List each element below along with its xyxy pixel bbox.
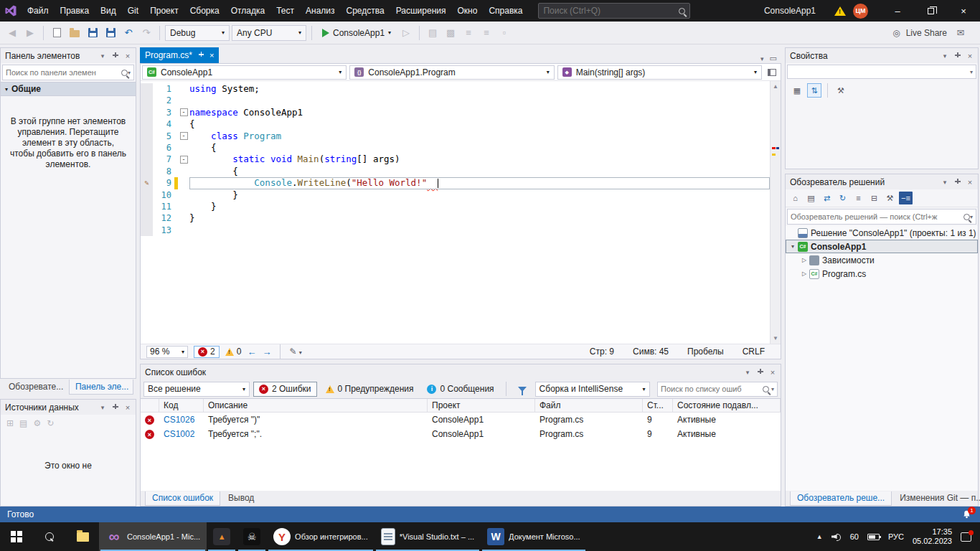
minimize-button[interactable]: – — [881, 0, 914, 22]
float-window-icon[interactable]: ▭ — [770, 54, 777, 63]
code-text[interactable]: class Program — [189, 131, 770, 142]
editor-scrollbar[interactable]: ▲ ▼ — [770, 81, 781, 344]
pin-icon[interactable] — [111, 403, 119, 411]
code-text[interactable]: { — [189, 166, 770, 177]
close-button[interactable]: × — [947, 0, 980, 22]
tree-item[interactable]: ▾C#ConsoleApp1 — [786, 240, 978, 253]
collapse-region-icon[interactable]: - — [180, 156, 188, 164]
undo-icon[interactable]: ↶ — [121, 25, 136, 41]
edit-data-source-icon[interactable]: ▤ — [19, 418, 27, 428]
collapse-all-icon[interactable]: ⊟ — [867, 192, 881, 204]
scroll-up-icon[interactable]: ▲ — [773, 81, 778, 92]
taskbar-app-button[interactable]: WДокумент Microso... — [481, 522, 587, 551]
document-list-chevron-icon[interactable]: ▾ — [760, 55, 764, 62]
collapse-region-icon[interactable]: - — [180, 132, 188, 140]
glyph-margin[interactable] — [141, 95, 153, 106]
navigate-back-icon[interactable]: ◀ — [4, 25, 20, 41]
code-line[interactable]: 2 — [141, 95, 770, 106]
quick-search-input[interactable] — [543, 6, 679, 16]
spaces-label[interactable]: Пробелы — [687, 347, 724, 357]
code-text[interactable]: } — [189, 189, 770, 201]
taskbar-app-button[interactable]: ▲ — [207, 522, 237, 551]
user-avatar[interactable]: ЦМ — [853, 4, 868, 19]
code-line[interactable]: ✎9 Console.WriteLine("Hello World!" — [141, 177, 770, 189]
menu-item[interactable]: Анализ — [300, 0, 341, 22]
error-column-header[interactable]: Проект — [428, 399, 535, 412]
error-column-header[interactable] — [141, 399, 159, 412]
code-text[interactable]: { — [189, 142, 770, 154]
code-text[interactable]: Console.WriteLine("Hello World!" — [189, 177, 770, 189]
find-in-files-icon[interactable]: ▤ — [425, 25, 440, 41]
toolbox-search-input[interactable] — [6, 68, 121, 77]
pin-icon[interactable] — [953, 178, 961, 186]
platform-dropdown[interactable]: Any CPU▾ — [232, 25, 306, 41]
glyph-margin[interactable] — [141, 225, 153, 236]
error-column-header[interactable]: Ст... — [643, 399, 673, 412]
code-text[interactable]: } — [189, 201, 770, 212]
previous-issue-icon[interactable]: ← — [247, 347, 256, 357]
eol-label[interactable]: CRLF — [743, 347, 765, 357]
taskbar-app-button[interactable]: YОбзор интегриров... — [267, 522, 374, 551]
refresh-icon[interactable]: ↻ — [836, 192, 849, 204]
code-line[interactable]: 10 } — [141, 189, 770, 201]
tab-program-cs[interactable]: Program.cs* × — [140, 47, 219, 63]
menu-item[interactable]: Проект — [144, 0, 184, 22]
taskbar-search-icon[interactable] — [33, 522, 66, 551]
glyph-margin[interactable] — [141, 212, 153, 224]
source-dropdown[interactable]: Сборка и IntelliSense▾ — [535, 382, 650, 397]
configure-data-source-icon[interactable]: ⚙ — [33, 418, 41, 428]
fold-margin[interactable]: - — [178, 107, 189, 118]
hidden-icons-chevron-icon[interactable]: ▲ — [816, 533, 823, 540]
error-code[interactable]: CS1002 — [159, 429, 204, 439]
menu-item[interactable]: Расширения — [390, 0, 452, 22]
error-list-search[interactable]: ▾ — [657, 382, 778, 397]
solution-explorer-search[interactable]: ▾ — [787, 209, 976, 225]
code-cleanup-icon[interactable]: ✎ ▾ — [289, 347, 301, 357]
refresh-data-source-icon[interactable]: ↻ — [47, 418, 54, 428]
volume-icon[interactable] — [831, 532, 842, 541]
code-line[interactable]: 7- static void Main(string[] args) — [141, 154, 770, 165]
glyph-margin[interactable] — [141, 154, 153, 165]
properties-wrench-icon[interactable]: ⚒ — [883, 192, 897, 204]
tree-collapsed-arrow-icon[interactable]: ▷ — [800, 270, 809, 277]
glyph-margin[interactable] — [141, 201, 153, 212]
close-icon[interactable]: × — [768, 367, 778, 377]
menu-item[interactable]: Тест — [270, 0, 300, 22]
chevron-down-icon[interactable]: ▾ — [743, 367, 753, 377]
menu-item[interactable]: Окно — [451, 0, 483, 22]
code-line[interactable]: 12} — [141, 212, 770, 224]
code-line[interactable]: 13 — [141, 225, 770, 236]
alphabetical-sort-icon[interactable]: ⇅ — [807, 83, 821, 98]
solution-explorer-search-input[interactable] — [791, 212, 963, 221]
categorized-icon[interactable]: ▦ — [790, 83, 804, 98]
error-row[interactable]: ×CS1026Требуется ")"ConsoleApp1Program.c… — [141, 413, 781, 427]
bottom-panel-tab[interactable]: Вывод — [222, 491, 260, 506]
code-line[interactable]: 6 { — [141, 142, 770, 154]
add-data-source-icon[interactable]: ⊞ — [6, 418, 14, 428]
battery-icon[interactable] — [867, 534, 880, 540]
notification-warning-icon[interactable]: ! — [834, 6, 846, 16]
code-text[interactable] — [189, 95, 770, 106]
error-code[interactable]: CS1026 — [159, 415, 204, 425]
nest-files-icon[interactable]: ≡ — [852, 192, 865, 204]
type-dropdown[interactable]: {} ConsoleApp1.Program▾ — [349, 65, 554, 80]
chevron-down-icon[interactable]: ▾ — [98, 402, 108, 413]
keyboard-language-label[interactable]: РУС — [888, 532, 904, 541]
member-dropdown[interactable]: ◆ Main(string[] args)▾ — [557, 65, 762, 80]
error-column-header[interactable]: Код — [159, 399, 204, 412]
menu-item[interactable]: Файл — [22, 0, 55, 22]
pin-icon[interactable] — [197, 52, 204, 59]
tree-item[interactable]: ▷Зависимости — [786, 253, 978, 267]
redo-icon[interactable]: ↷ — [138, 25, 154, 41]
pin-icon[interactable] — [953, 52, 961, 60]
glyph-margin[interactable] — [141, 107, 153, 118]
glyph-margin[interactable] — [141, 131, 153, 142]
close-icon[interactable]: × — [209, 51, 214, 60]
file-explorer-icon[interactable] — [66, 522, 99, 551]
property-pages-icon[interactable]: ⚒ — [834, 83, 848, 98]
error-row[interactable]: ×CS1002Требуется ";".ConsoleApp1Program.… — [141, 427, 781, 441]
code-text[interactable]: namespace ConsoleApp1 — [189, 107, 770, 118]
glyph-margin[interactable] — [141, 118, 153, 130]
menu-item[interactable]: Git — [122, 0, 144, 22]
scope-dropdown[interactable]: Все решение▾ — [143, 382, 250, 397]
